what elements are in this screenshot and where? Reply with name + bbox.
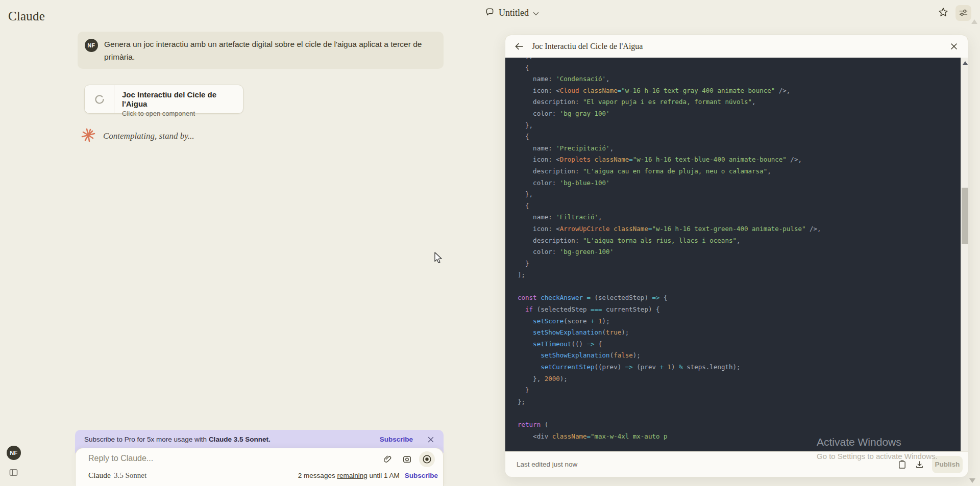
- composer-icons: [380, 451, 435, 467]
- model-name: Claude: [88, 471, 111, 480]
- reply-input[interactable]: Reply to Claude...: [88, 454, 153, 463]
- banner-subscribe-link[interactable]: Subscribe: [380, 436, 413, 443]
- account-avatar[interactable]: NF: [7, 446, 21, 460]
- thinking-status-text: Contemplating, stand by...: [103, 131, 194, 141]
- code-content: }, { name: 'Condensació', icon: <Cloud c…: [518, 58, 961, 442]
- screenshot-button[interactable]: [400, 452, 414, 467]
- copy-button[interactable]: [894, 457, 910, 472]
- attach-button[interactable]: [380, 452, 395, 467]
- back-button[interactable]: [512, 40, 526, 53]
- chat-title: Untitled: [499, 8, 529, 18]
- arrow-left-icon: [514, 42, 524, 50]
- sidebar-toggle-button[interactable]: [8, 468, 18, 477]
- code-editor[interactable]: }, { name: 'Condensació', icon: <Cloud c…: [505, 58, 961, 451]
- chat-title-menu[interactable]: Untitled: [485, 7, 539, 19]
- chevron-down-icon: [533, 9, 539, 18]
- last-edited-status: Last edited just now: [517, 461, 577, 468]
- loading-spinner-icon: [94, 94, 105, 105]
- quota-subscribe-link[interactable]: Subscribe: [405, 472, 438, 479]
- close-icon: [428, 437, 434, 443]
- model-version: 3.5 Sonnet: [114, 471, 146, 480]
- page-scroll-arrow-top[interactable]: [971, 19, 977, 24]
- user-avatar: NF: [85, 39, 98, 52]
- reply-composer[interactable]: Reply to Claude... Claude 3.5 Sonnet 2 m…: [75, 448, 444, 486]
- record-button[interactable]: [419, 451, 435, 467]
- artifact-card[interactable]: Joc Interactiu del Cicle de l'Aigua Clic…: [84, 85, 243, 114]
- banner-model-name: Claude 3.5 Sonnet.: [209, 436, 271, 443]
- download-icon: [915, 460, 924, 469]
- banner-text: Subscribe to Pro for 5x more usage with …: [84, 436, 271, 443]
- settings-button[interactable]: [955, 5, 971, 21]
- clipboard-icon: [898, 459, 906, 469]
- page-scroll-arrow-bottom[interactable]: [969, 478, 975, 483]
- scrollbar-up-arrow[interactable]: [963, 61, 968, 65]
- model-row: Claude 3.5 Sonnet 2 messages remaining u…: [88, 471, 438, 480]
- artifact-spinner-cell: [85, 85, 114, 113]
- banner-close-button[interactable]: [426, 435, 435, 444]
- close-icon: [950, 43, 958, 50]
- sliders-icon: [959, 8, 968, 19]
- sidebar-icon: [9, 469, 18, 476]
- artifact-card-title: Joc Interactiu del Cicle de l'Aigua: [122, 90, 243, 109]
- download-button[interactable]: [912, 457, 927, 472]
- artifact-panel-header: Joc Interactiu del Cicle de l'Aigua: [505, 35, 968, 58]
- panel-close-button[interactable]: [947, 40, 961, 53]
- artifact-panel-title: Joc Interactiu del Cicle de l'Aigua: [532, 42, 643, 51]
- artifact-card-body: Joc Interactiu del Cicle de l'Aigua Clic…: [114, 85, 243, 113]
- chat-bubble-icon: [485, 7, 495, 19]
- artifact-card-subtitle: Click to open component: [122, 110, 243, 117]
- quota-text: 2 messages remaining until 1 AM: [298, 472, 400, 479]
- artifact-panel: Joc Interactiu del Cicle de l'Aigua }, {…: [505, 35, 968, 477]
- quota-remaining: remaining: [337, 472, 367, 479]
- code-scrollbar[interactable]: [961, 58, 968, 451]
- mouse-cursor: [434, 252, 444, 266]
- paperclip-icon: [383, 454, 393, 464]
- claude-starburst-icon: [81, 127, 96, 145]
- user-message-text: Genera un joc interactiu amb un artefact…: [104, 38, 438, 63]
- publish-button[interactable]: Publish: [932, 456, 963, 473]
- scrollbar-thumb[interactable]: [962, 188, 968, 244]
- artifact-panel-footer: Last edited just now Publish: [505, 451, 968, 477]
- app-logo[interactable]: Claude: [8, 9, 45, 23]
- camera-icon: [402, 454, 412, 464]
- record-icon: [422, 454, 432, 464]
- thinking-status-row: Contemplating, stand by...: [81, 127, 194, 145]
- star-icon: [938, 7, 949, 19]
- star-button[interactable]: [936, 6, 950, 20]
- user-message: NF Genera un joc interactiu amb un artef…: [78, 32, 444, 69]
